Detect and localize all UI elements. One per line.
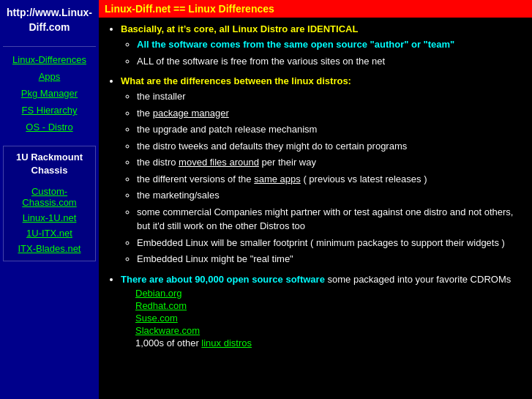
sidebar-section-title: 1U Rackmount Chassis: [7, 151, 92, 177]
bullet1-sub2: ALL of the software is free from the var…: [137, 54, 525, 69]
bullet1-sub2-text: ALL of the software is free from the var…: [137, 56, 385, 67]
redhat-link[interactable]: Redhat.com: [135, 300, 187, 311]
bullet1-sub1-text: All the software comes from the same ope…: [137, 39, 454, 50]
bullet3-link-redhat: Redhat.com: [135, 300, 525, 311]
bullet2-item-versions: the different versions of the same apps …: [137, 172, 525, 187]
linux-distros-link[interactable]: linux distros: [201, 338, 252, 348]
bullet3: There are about 90,000 open source softw…: [121, 274, 525, 348]
sidebar-item-pkg-manager[interactable]: Pkg Manager: [3, 85, 96, 102]
sidebar-divider: [3, 46, 96, 47]
bullet1-sub1: All the software comes from the same ope…: [137, 37, 525, 52]
sidebar-item-os-distro[interactable]: OS - Distro: [3, 119, 96, 135]
bullet1-sublist: All the software comes from the same ope…: [121, 37, 525, 68]
bullet2-item-pkg-mgr: the package manager: [137, 106, 525, 121]
bullet2-item-installer: the installer: [137, 89, 525, 104]
sidebar-ext-1u-itx[interactable]: 1U-ITX.net: [7, 225, 92, 241]
sidebar-ext-itx-blades[interactable]: ITX-Blades.net: [7, 241, 92, 256]
slackware-link[interactable]: Slackware.com: [135, 325, 200, 336]
bullet3-intro-rest: some packaged into your favorite CDROMs: [325, 274, 511, 285]
bullet3-link-suse: Suse.com: [135, 313, 525, 324]
moved-files-link[interactable]: moved files around: [179, 157, 259, 168]
bullet1-intro: Bascially, at it’s core, all Linux Distr…: [121, 23, 358, 34]
bullet2-item-tweeks: the distro tweeks and defaults they migh…: [137, 139, 525, 154]
top-list: Bascially, at it’s core, all Linux Distr…: [106, 23, 525, 348]
sidebar-item-fs-hierarchy[interactable]: FS Hierarchy: [3, 102, 96, 119]
bullet2-item-moved: the distro moved files around per their …: [137, 155, 525, 170]
bullet2-item-marketing: the marketing/sales: [137, 188, 525, 203]
bullet3-link-debian: Debian.org: [135, 288, 525, 299]
bullet2-item-embedded2: Embedded Linux might be "real time": [137, 252, 525, 266]
sidebar-item-linux-differences[interactable]: Linux-Differences: [3, 51, 96, 68]
bullet3-sublist: Debian.org Redhat.com Suse.com Slackware…: [121, 288, 525, 348]
main-header: Linux-Diff.net == Linux Differences: [99, 0, 532, 18]
suse-link[interactable]: Suse.com: [135, 313, 178, 324]
sidebar-ext-linux-1u[interactable]: Linux-1U.net: [7, 210, 92, 225]
bullet2-intro: What are the differences between the lin…: [121, 75, 351, 86]
pkg-mgr-link[interactable]: package manager: [153, 108, 229, 119]
bullet2-sublist: the installer the package manager the up…: [121, 89, 525, 266]
main-content: Linux-Diff.net == Linux Differences Basc…: [99, 0, 532, 399]
bullet2: What are the differences between the lin…: [121, 75, 525, 266]
main-body: Bascially, at it’s core, all Linux Distr…: [99, 18, 532, 362]
debian-link[interactable]: Debian.org: [135, 288, 182, 299]
bullet1: Bascially, at it’s core, all Linux Distr…: [121, 23, 525, 68]
bullet2-item-upgrade: the upgrade and patch release mechanism: [137, 122, 525, 137]
bullet3-link-slackware: Slackware.com: [135, 325, 525, 336]
sidebar-ext-custom-chassis[interactable]: Custom-Chassis.com: [7, 184, 92, 210]
sidebar-logo[interactable]: http://www.Linux-Diff.com: [3, 6, 96, 34]
bullet3-link-others: 1,000s of other linux distros: [135, 338, 525, 348]
bullet2-item-embedded1: Embedded Linux will be smaller footprint…: [137, 236, 525, 250]
bullet2-item-commercial: some commercial Companies might partner …: [137, 205, 525, 234]
sidebar: http://www.Linux-Diff.com Linux-Differen…: [0, 0, 99, 399]
bullet3-intro-bold: There are about 90,000 open source softw…: [121, 274, 325, 285]
same-apps-link[interactable]: same apps: [254, 174, 301, 184]
sidebar-section-chassis: 1U Rackmount Chassis Custom-Chassis.com …: [3, 146, 96, 261]
sidebar-item-apps[interactable]: Apps: [3, 68, 96, 85]
